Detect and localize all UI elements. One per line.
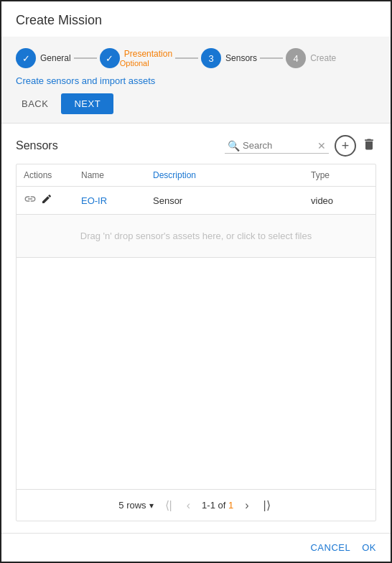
- col-actions: Actions: [24, 170, 81, 180]
- page-total: 1: [228, 500, 233, 511]
- search-clear-icon[interactable]: ✕: [317, 140, 326, 152]
- step-create-label: Create: [310, 53, 336, 63]
- step-sensors-circle: 3: [201, 48, 221, 68]
- edit-icon[interactable]: [41, 193, 52, 208]
- step-create-number: 4: [294, 53, 299, 64]
- stepper: ✓ General ✓ Presentation Optional 3: [16, 48, 376, 68]
- link-icon[interactable]: [24, 192, 37, 208]
- col-description: Description: [153, 170, 311, 180]
- first-page-button[interactable]: ⟨|: [162, 497, 175, 513]
- step-presentation-circle: ✓: [100, 48, 120, 68]
- row-actions: [24, 192, 81, 208]
- row-type: video: [311, 195, 368, 206]
- row-description: Sensor: [153, 195, 311, 206]
- search-input[interactable]: [243, 140, 314, 151]
- pagination: 5 rows ▾ ⟨| ‹ 1-1 of 1 › |⟩: [17, 489, 375, 521]
- stepper-actions: BACK NEXT: [16, 93, 376, 114]
- step-general-circle: ✓: [16, 48, 36, 68]
- step-presentation-label: Presentation: [124, 49, 172, 59]
- add-sensor-button[interactable]: +: [335, 135, 356, 157]
- stepper-subtitle: Create sensors and import assets: [16, 75, 376, 86]
- cancel-button[interactable]: CANCEL: [310, 542, 350, 553]
- sensors-table: Actions Name Description Type EO-IR Sens…: [16, 164, 376, 521]
- sensors-actions: 🔍 ✕ +: [225, 135, 376, 157]
- checkmark-icon-2: ✓: [106, 53, 113, 64]
- next-page-button[interactable]: ›: [242, 498, 251, 513]
- drop-zone[interactable]: Drag 'n' drop sensor's assets here, or c…: [17, 215, 375, 258]
- search-box[interactable]: 🔍 ✕: [225, 139, 329, 154]
- step-general-label: General: [40, 53, 71, 63]
- prev-page-button[interactable]: ‹: [184, 498, 193, 513]
- sensors-title: Sensors: [16, 139, 58, 152]
- step-sensors-number: 3: [208, 53, 213, 64]
- step-general: ✓ General: [16, 48, 71, 68]
- row-name[interactable]: EO-IR: [81, 195, 153, 206]
- step-create: 4 Create: [286, 48, 336, 68]
- rows-per-page: 5 rows ▾: [118, 500, 153, 511]
- table-spacer: [17, 258, 375, 489]
- create-mission-dialog: Create Mission ✓ General ✓ Presentation …: [0, 0, 392, 563]
- connector-1: [74, 57, 97, 59]
- checkmark-icon: ✓: [22, 53, 30, 64]
- ok-button[interactable]: OK: [362, 542, 376, 553]
- step-presentation: ✓ Presentation Optional: [100, 48, 172, 68]
- sensors-header: Sensors 🔍 ✕ +: [16, 135, 376, 157]
- rows-dropdown-icon[interactable]: ▾: [149, 501, 154, 511]
- col-name: Name: [81, 170, 153, 180]
- col-type: Type: [311, 170, 368, 180]
- search-icon: 🔍: [228, 140, 240, 152]
- step-create-circle: 4: [286, 48, 306, 68]
- stepper-section: ✓ General ✓ Presentation Optional 3: [1, 37, 391, 124]
- next-button[interactable]: NEXT: [61, 93, 113, 114]
- last-page-button[interactable]: |⟩: [261, 497, 274, 513]
- rows-per-page-label: 5 rows: [118, 500, 146, 511]
- sensors-section: Sensors 🔍 ✕ + Actions Name Description T…: [1, 124, 391, 533]
- step-presentation-labels: Presentation Optional: [120, 49, 172, 68]
- dialog-footer: CANCEL OK: [1, 533, 391, 562]
- table-header: Actions Name Description Type: [17, 164, 375, 187]
- connector-2: [175, 57, 198, 59]
- delete-sensor-button[interactable]: [362, 137, 376, 155]
- step-presentation-sublabel: Optional: [120, 59, 172, 68]
- step-sensors-label: Sensors: [225, 53, 257, 63]
- back-button[interactable]: BACK: [16, 94, 54, 113]
- table-row: EO-IR Sensor video: [17, 187, 375, 215]
- dialog-title: Create Mission: [1, 1, 391, 37]
- step-sensors: 3 Sensors: [201, 48, 257, 68]
- page-info: 1-1 of 1: [202, 500, 233, 511]
- connector-3: [260, 57, 283, 59]
